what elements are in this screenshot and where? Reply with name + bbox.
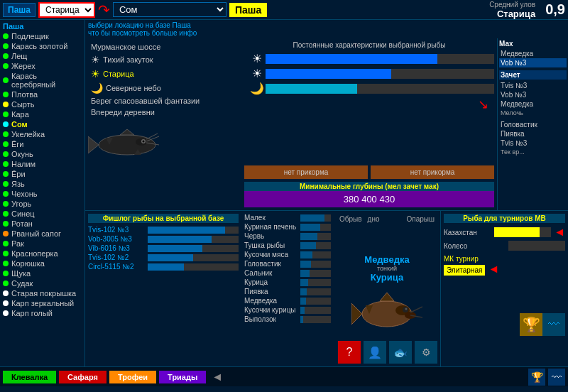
sidebar-item-karas-gold[interactable]: Карась золотой [0,41,84,51]
location-vperedi[interactable]: Впереди деревни [88,107,239,118]
bait-type-name-11[interactable]: Кусочки курицы [244,306,297,314]
bonus-item-2[interactable]: Пиявка [499,129,567,138]
red-arrow-icon-2: ◄ [488,263,499,276]
tab-safarya[interactable]: Сафаря [59,371,106,383]
bait-type-name-7[interactable]: Сальник [244,269,297,277]
sidebar-header-label: Паша [3,22,23,31]
svg-line-10 [146,134,158,139]
bait-type-name-6[interactable]: Головастик [244,260,297,268]
sidebar-item-nalim[interactable]: Налим [0,159,84,169]
sidebar-item-kara[interactable]: Кара [0,109,84,119]
bait-type-name-4[interactable]: Тушка рыбы [244,241,297,249]
sidebar-header[interactable]: Паша [0,21,84,31]
bait-type-name-9[interactable]: Пиявка [244,288,297,295]
sidebar-item-egi[interactable]: Ёги [0,139,84,149]
sidebar-item-karp-zerk[interactable]: Карп зеркальный [0,298,84,308]
person-icon-box[interactable]: 👤 [364,341,386,364]
sidebar-item-som[interactable]: Сом [0,119,84,129]
fish-dropdown[interactable]: Сом [113,2,226,17]
sidebar-item-karas-silver[interactable]: Карась серебряный [0,71,84,89]
sidebar-item-label: Ёри [11,170,26,178]
bottom-icon-1[interactable]: 🏆 [528,369,545,386]
location-dropdown[interactable]: Старица [38,2,95,18]
bonus-item-1[interactable]: Головастик [499,120,567,129]
location-bereg[interactable]: Берег спасовавшей фантазии [88,95,239,107]
sidebar-item-eri[interactable]: Ёри [0,169,84,179]
dot-cyan-icon [3,121,9,127]
sidebar-item-rotan[interactable]: Ротан [0,219,84,229]
fishlog-name-3[interactable]: Vib-6016 №3 [88,244,145,252]
zacet-item-4[interactable]: Мелочь [499,109,567,117]
svg-point-7 [143,141,145,143]
sidebar-item-rvany-sapog[interactable]: Рваный сапог [0,229,84,239]
bait-type-name-5[interactable]: Кусочки мяса [244,251,297,258]
sidebar-item-rak[interactable]: Рак [0,239,84,249]
wave-icon-box[interactable]: 〰 [542,313,565,336]
obryv-label: Обрыв [339,215,362,223]
sidebar-item-shuka[interactable]: Щука [0,268,84,278]
sidebar-item-chehon[interactable]: Чехонь [0,189,84,199]
tab-triady[interactable]: Триады [159,371,206,383]
sidebar-item-karp-goly[interactable]: Карп голый [0,308,84,318]
center-content: выбери локацию на базе Паша что бы посмо… [85,20,568,366]
tab-trofei[interactable]: Трофеи [109,371,156,383]
bait-type-name-8[interactable]: Курица [244,278,297,286]
max-item-1[interactable]: Медведка [499,49,567,58]
sidebar-item-label: Карась золотой [11,42,67,50]
no-bait-row: нет прикорма нет прикорма [244,165,494,179]
dot-green-icon [3,221,9,227]
sidebar-item-koryushka[interactable]: Корюшка [0,258,84,268]
location-murmanskoe[interactable]: Мурманское шоссе [88,41,239,53]
zacet-item-2[interactable]: Vob №3 [499,90,567,99]
bonus-item-3[interactable]: Tvis №3 [499,138,567,148]
bait-type-name-10[interactable]: Медведка [244,297,297,305]
tab-klevalka[interactable]: Клевалка [3,371,56,383]
sidebar-item-les[interactable]: Лещ [0,51,84,61]
sidebar-item-label: Щука [11,269,31,278]
fishlog-name-4[interactable]: Tvis-102 №2 [88,254,145,261]
fishlog-name-1[interactable]: Tvis-102 №3 [88,226,145,234]
settings-icon-box[interactable]: ⚙ [415,341,437,364]
sidebar-item-staraya-pokr[interactable]: Старая покрышка [0,288,84,298]
scroll-left-icon[interactable]: ◄ [212,371,223,383]
help-icon-box[interactable]: ? [338,341,361,364]
sidebar-item-podleщik[interactable]: Подлещик [0,31,84,41]
bait-type-name-2[interactable]: Куриная печень [244,223,297,231]
sidebar-item-sudak[interactable]: Судак [0,278,84,288]
max-item-2[interactable]: Vob №3 [499,58,567,67]
sidebar-item-okun[interactable]: Окунь [0,149,84,159]
sidebar-item-ukeleika[interactable]: Укелейка [0,129,84,139]
trophy-icon-box[interactable]: 🏆 [520,313,542,336]
sidebar-item-zhereh[interactable]: Жерех [0,61,84,71]
no-bait-btn-2[interactable]: нет прикорма [371,165,494,179]
fishlog-bar-5 [148,263,239,271]
fish-icon-box[interactable]: 🐟 [389,341,412,364]
red-arrow-icon: ↘ [478,97,488,112]
tournament-item-1: Казахстан ◄ [444,226,565,239]
sidebar-item-plotva[interactable]: Плотва [0,89,84,99]
sidebar-item-label: Плотва [11,90,38,99]
sidebar-item-sirt[interactable]: Сырть [0,99,84,109]
no-bait-btn-1[interactable]: нет прикорма [244,165,368,179]
fishlog-name-5[interactable]: Circl-5115 №2 [88,263,145,271]
location-tikhy[interactable]: ☀ Тихий закуток [88,53,239,67]
elite-label[interactable]: Элитарная [447,266,482,274]
tourn-name-1[interactable]: Казахстан [444,229,491,236]
fishlog-name-2[interactable]: Vob-3005 №3 [88,235,145,243]
tourn-name-2[interactable]: Колесо [444,242,506,250]
sidebar-item-sinec[interactable]: Синец [0,209,84,219]
bait-type-name-3[interactable]: Червь [244,232,297,240]
sidebar-item-ugor[interactable]: Угорь [0,199,84,209]
sidebar-item-krasnoperka[interactable]: Красноперка [0,249,84,258]
bait-type-name-12[interactable]: Выползок [244,315,297,323]
bait-type-name-1[interactable]: Малек [244,214,297,222]
dot-green-icon [3,251,9,256]
fishlog-bar-fill-1 [148,227,225,234]
location-starica[interactable]: ☀ Старица [88,67,239,81]
bottom-icon-2[interactable]: 〰 [548,369,565,386]
sidebar-item-yaz[interactable]: Язь [0,179,84,189]
location-severnoe[interactable]: 🌙 Северное небо [88,81,239,95]
zacet-item-3[interactable]: Медведка [499,99,567,109]
mid-section: Мурманское шоссе ☀ Тихий закуток ☀ Стари… [85,38,568,210]
zacet-item-1[interactable]: Tvis №3 [499,81,567,90]
